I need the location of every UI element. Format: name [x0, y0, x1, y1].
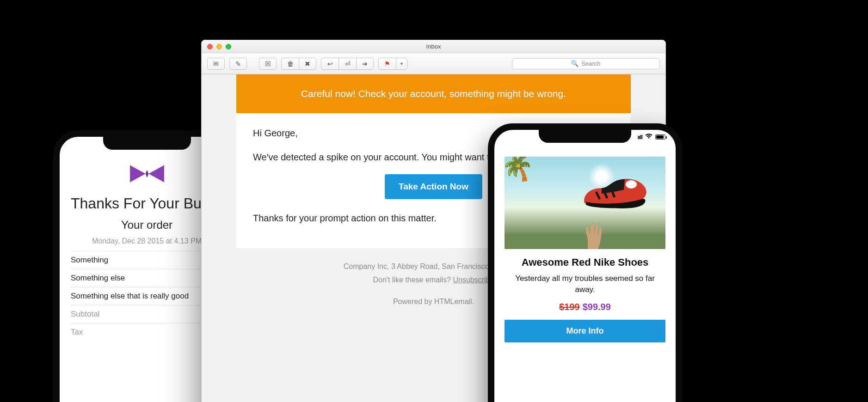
product-title: Awesome Red Nike Shoes — [505, 256, 665, 268]
reply-all-icon: ⏎ — [345, 60, 351, 67]
close-button[interactable] — [207, 44, 213, 49]
footer-question: Don't like these emails? — [373, 276, 453, 284]
receipt-date: Monday, Dec 28 2015 at 4.13 PM — [71, 237, 223, 245]
list-item: Something else that is really good — [71, 287, 223, 305]
junk-button[interactable]: ✖ — [299, 58, 316, 70]
window-title: Inbox — [202, 43, 665, 50]
archive-icon: ☒ — [265, 60, 271, 67]
product-content: 🌴 Awesome Red Nike Shoes — [494, 130, 676, 342]
delete-junk-group: 🗑 ✖ — [281, 58, 316, 70]
price-row: $199$99.99 — [505, 302, 665, 312]
phone-notch — [103, 136, 191, 150]
flag-group: ⚑ ▾ — [378, 58, 407, 70]
flag-icon: ⚑ — [384, 60, 390, 67]
product-description: Yesterday all my troubles seemed so far … — [505, 273, 665, 295]
compose-button[interactable]: ✎ — [229, 58, 247, 70]
search-input[interactable]: 🔍 Search — [512, 58, 660, 69]
shoe-illustration — [579, 170, 649, 212]
receipt-list: Something Something else Something else … — [71, 251, 223, 341]
search-placeholder: Search — [581, 60, 600, 67]
delete-button[interactable]: 🗑 — [281, 58, 299, 70]
archive-button[interactable]: ☒ — [259, 58, 277, 70]
forward-button[interactable]: ➔ — [356, 58, 374, 70]
flag-menu-button[interactable]: ▾ — [396, 58, 407, 70]
get-mail-button[interactable]: ✉︎ — [207, 58, 225, 70]
hand-illustration — [572, 219, 608, 249]
phone-product: ııll 🌴 — [488, 123, 682, 402]
status-bar: ııll — [638, 134, 665, 140]
flag-button[interactable]: ⚑ — [378, 58, 396, 70]
list-item: Something else — [71, 269, 223, 287]
reply-button[interactable]: ↩ — [321, 58, 339, 70]
palm-icon: 🌴 — [505, 157, 537, 187]
forward-icon: ➔ — [362, 60, 368, 67]
product-image: 🌴 — [505, 157, 665, 249]
bowtie-icon — [128, 163, 166, 185]
take-action-button[interactable]: Take Action Now — [385, 174, 482, 199]
wifi-icon — [645, 134, 653, 140]
search-icon: 🔍 — [571, 60, 579, 67]
titlebar: Inbox — [202, 40, 665, 53]
price-new: $99.99 — [583, 302, 611, 312]
subtotal-row: Subtotal — [71, 305, 223, 323]
search-wrap: 🔍 Search — [512, 58, 660, 69]
tax-row: Tax — [71, 323, 223, 341]
maximize-button[interactable] — [226, 44, 231, 49]
receipt-subtitle: Your order — [71, 219, 223, 231]
envelope-icon: ✉︎ — [213, 60, 219, 67]
toolbar: ✉︎ ✎ ☒ 🗑 ✖ ↩ ⏎ ➔ ⚑ ▾ 🔍 Search — [202, 53, 665, 74]
chevron-down-icon: ▾ — [400, 61, 403, 66]
junk-icon: ✖ — [305, 60, 310, 67]
price-old: $199 — [559, 302, 580, 312]
reply-all-button[interactable]: ⏎ — [339, 58, 356, 70]
stage: Thanks For Your Business Your order Mond… — [0, 0, 868, 402]
list-item: Something — [71, 251, 223, 269]
signal-icon: ııll — [638, 134, 642, 140]
compose-icon: ✎ — [235, 60, 241, 67]
more-info-button[interactable]: More Info — [505, 320, 665, 342]
reply-icon: ↩ — [327, 60, 333, 67]
traffic-lights — [202, 44, 231, 49]
minimize-button[interactable] — [216, 44, 222, 49]
warning-banner: Careful now! Check your account, somethi… — [236, 74, 631, 113]
svg-point-0 — [626, 180, 637, 189]
receipt-title: Thanks For Your Business — [71, 195, 223, 212]
battery-icon — [655, 134, 665, 140]
phone-notch — [539, 129, 631, 143]
trash-icon: 🗑 — [287, 60, 294, 67]
reply-group: ↩ ⏎ ➔ — [321, 58, 374, 70]
